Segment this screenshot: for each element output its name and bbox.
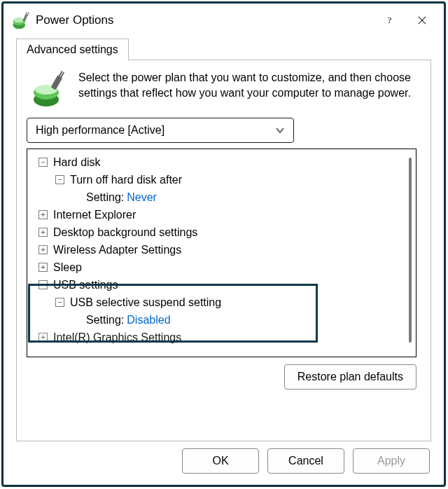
intro-text: Select the power plan that you want to c…: [78, 70, 418, 109]
intro: Select the power plan that you want to c…: [27, 70, 421, 118]
tree-setting-usb-selective-suspend[interactable]: Setting: Disabled: [34, 311, 409, 329]
power-options-dialog: Power Options ? Advanced settings: [1, 1, 446, 487]
close-button[interactable]: [406, 9, 438, 32]
tree-label: Sleep: [53, 259, 82, 276]
setting-label: Setting:: [86, 189, 124, 206]
collapse-icon[interactable]: [38, 280, 48, 289]
expand-icon[interactable]: [38, 245, 48, 254]
svg-text:?: ?: [388, 15, 392, 25]
tree-label: Turn off hard disk after: [70, 172, 182, 188]
collapse-icon[interactable]: [38, 158, 48, 167]
cancel-button[interactable]: Cancel: [267, 448, 344, 474]
chevron-down-icon: [275, 125, 285, 135]
settings-tree[interactable]: Hard disk Turn off hard disk after Setti…: [27, 149, 416, 357]
collapse-icon[interactable]: [55, 298, 64, 307]
tree-label: Wireless Adapter Settings: [53, 242, 181, 259]
tree-item-intel-graphics-settings[interactable]: Intel(R) Graphics Settings: [34, 329, 409, 346]
tree-item-turn-off-hard-disk-after[interactable]: Turn off hard disk after: [34, 171, 409, 188]
power-plan-select[interactable]: High performance [Active]: [27, 118, 294, 143]
svg-rect-5: [27, 13, 29, 16]
tree-item-hard-disk[interactable]: Hard disk: [34, 153, 409, 171]
setting-value[interactable]: Disabled: [127, 312, 170, 329]
tabs: Advanced settings: [4, 34, 444, 60]
tree-item-internet-explorer[interactable]: Internet Explorer: [34, 206, 409, 223]
tree-label: USB settings: [53, 277, 118, 294]
ok-button[interactable]: OK: [182, 448, 259, 474]
power-options-icon: [10, 11, 30, 30]
tree-item-sleep[interactable]: Sleep: [34, 259, 409, 276]
restore-plan-defaults-button[interactable]: Restore plan defaults: [284, 364, 416, 390]
tree-item-desktop-background-settings[interactable]: Desktop background settings: [34, 223, 409, 241]
tree-label: Hard disk: [53, 154, 101, 171]
apply-button: Apply: [353, 448, 430, 474]
tree-item-usb-settings[interactable]: USB settings: [34, 276, 409, 294]
svg-rect-3: [22, 14, 28, 22]
tree-label: Internet Explorer: [53, 207, 136, 223]
advanced-settings-panel: Select the power plan that you want to c…: [16, 60, 431, 441]
expand-icon[interactable]: [38, 210, 48, 219]
setting-label: Setting:: [86, 312, 124, 329]
tree-label: Intel(R) Graphics Settings: [53, 329, 181, 346]
dialog-buttons: OK Cancel Apply: [4, 441, 444, 485]
title-bar: Power Options ?: [4, 4, 444, 34]
tab-advanced-settings[interactable]: Advanced settings: [16, 39, 129, 60]
power-plan-selected: High performance [Active]: [36, 124, 164, 137]
expand-icon[interactable]: [38, 263, 48, 272]
help-button[interactable]: ?: [374, 9, 406, 32]
tree-item-usb-selective-suspend[interactable]: USB selective suspend setting: [34, 294, 409, 311]
window-title: Power Options: [30, 13, 374, 27]
tree-setting-hard-disk[interactable]: Setting: Never: [34, 188, 409, 206]
expand-icon[interactable]: [38, 333, 48, 342]
battery-plug-icon: [29, 70, 69, 109]
tree-label: USB selective suspend setting: [70, 294, 221, 311]
tree-label: Desktop background settings: [53, 224, 197, 241]
scrollbar[interactable]: [409, 158, 412, 343]
tree-item-wireless-adapter-settings[interactable]: Wireless Adapter Settings: [34, 241, 409, 259]
setting-value[interactable]: Never: [127, 189, 157, 206]
expand-icon[interactable]: [38, 228, 48, 237]
collapse-icon[interactable]: [55, 175, 64, 184]
